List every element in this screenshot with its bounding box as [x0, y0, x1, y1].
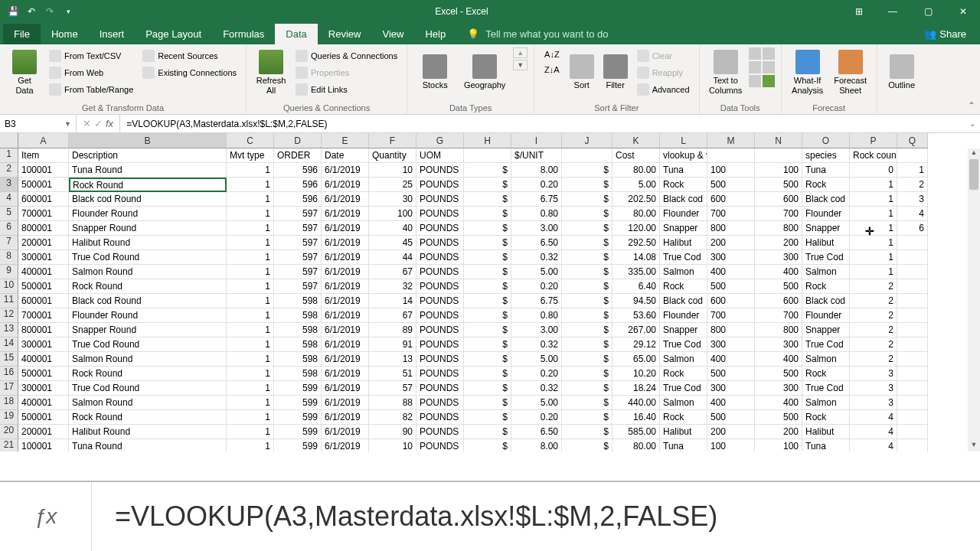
- share-button[interactable]: 👥 Share: [913, 24, 977, 44]
- cell[interactable]: 6/1/2019: [322, 294, 369, 308]
- cell[interactable]: [897, 236, 928, 250]
- cell[interactable]: POUNDS: [416, 192, 464, 207]
- advanced-button[interactable]: Advanced: [634, 81, 693, 98]
- cell[interactable]: 1: [227, 178, 274, 192]
- cell[interactable]: 5.00: [511, 352, 562, 367]
- row-header[interactable]: 3: [0, 178, 18, 192]
- qat-customize-icon[interactable]: ▾: [61, 5, 75, 18]
- cell[interactable]: 5.00: [612, 178, 660, 192]
- cell[interactable]: $: [562, 352, 612, 367]
- cell[interactable]: 599: [274, 396, 322, 410]
- cell[interactable]: True Cod: [802, 337, 850, 352]
- cell[interactable]: 4: [850, 410, 897, 425]
- col-header-K[interactable]: K: [612, 133, 660, 148]
- cell[interactable]: 0.20: [511, 279, 562, 294]
- cell[interactable]: 0.32: [511, 337, 562, 352]
- cell[interactable]: 1: [227, 221, 274, 236]
- cell[interactable]: 3: [850, 381, 897, 396]
- cell[interactable]: 700: [707, 308, 755, 323]
- row-header[interactable]: 15: [0, 352, 18, 367]
- cell[interactable]: 1: [227, 439, 274, 452]
- cell[interactable]: 598: [274, 308, 322, 323]
- cell[interactable]: Black cod: [660, 294, 707, 308]
- name-box-dropdown-icon[interactable]: ▼: [64, 120, 71, 128]
- ribbon-display-options-icon[interactable]: ⊞: [842, 0, 876, 23]
- cell[interactable]: Rock: [660, 367, 707, 381]
- cell[interactable]: 100: [369, 207, 416, 221]
- cell[interactable]: True Cod Round: [69, 250, 227, 265]
- cell[interactable]: 400001: [18, 396, 69, 410]
- cell[interactable]: 8.00: [511, 439, 562, 452]
- col-header-E[interactable]: E: [322, 133, 369, 148]
- cell[interactable]: 1: [227, 425, 274, 439]
- cell[interactable]: $: [562, 323, 612, 337]
- cell[interactable]: 94.50: [612, 294, 660, 308]
- cell[interactable]: 300001: [18, 381, 69, 396]
- cell[interactable]: $: [464, 323, 511, 337]
- tab-view[interactable]: View: [371, 24, 414, 44]
- what-if-button[interactable]: What-If Analysis: [788, 47, 828, 98]
- flash-fill-icon[interactable]: [749, 47, 761, 60]
- cell[interactable]: POUNDS: [416, 221, 464, 236]
- cell[interactable]: Flounder Round: [69, 207, 227, 221]
- cell[interactable]: $: [464, 236, 511, 250]
- cell[interactable]: Black cod Round: [69, 192, 227, 207]
- cell[interactable]: Rock Round: [69, 410, 227, 425]
- cell[interactable]: Rock Round: [69, 178, 227, 192]
- cell[interactable]: POUNDS: [416, 323, 464, 337]
- cell[interactable]: True Cod: [660, 337, 707, 352]
- cell[interactable]: 67: [369, 308, 416, 323]
- row-header[interactable]: 18: [0, 396, 18, 410]
- cell[interactable]: POUNDS: [416, 163, 464, 178]
- cell[interactable]: 6.75: [511, 294, 562, 308]
- cell[interactable]: POUNDS: [416, 250, 464, 265]
- save-icon[interactable]: 💾: [6, 5, 20, 18]
- cell[interactable]: 1: [897, 163, 928, 178]
- geography-button[interactable]: Geography: [459, 47, 510, 98]
- sort-button[interactable]: Sort: [567, 47, 597, 98]
- clear-button[interactable]: Clear: [634, 47, 693, 64]
- cell[interactable]: 29.12: [612, 337, 660, 352]
- col-header-B[interactable]: B: [69, 133, 227, 148]
- cell[interactable]: $: [562, 178, 612, 192]
- cell[interactable]: 1: [227, 265, 274, 279]
- cell[interactable]: POUNDS: [416, 439, 464, 452]
- cell[interactable]: 100: [755, 163, 802, 178]
- chevron-up-icon[interactable]: ▲: [513, 47, 528, 58]
- cell[interactable]: 500001: [18, 410, 69, 425]
- cell[interactable]: Halibut: [802, 425, 850, 439]
- cell[interactable]: 3: [850, 367, 897, 381]
- cell[interactable]: 100: [707, 163, 755, 178]
- row-header[interactable]: 17: [0, 381, 18, 396]
- cell[interactable]: True Cod: [660, 381, 707, 396]
- tab-insert[interactable]: Insert: [89, 24, 136, 44]
- cell[interactable]: POUNDS: [416, 337, 464, 352]
- cell[interactable]: ORDER: [274, 148, 322, 163]
- cell[interactable]: 6/1/2019: [322, 337, 369, 352]
- col-header-Q[interactable]: Q: [897, 133, 928, 148]
- cell[interactable]: 1: [227, 337, 274, 352]
- name-box[interactable]: B3 ▼: [0, 115, 77, 132]
- cell[interactable]: 600: [755, 294, 802, 308]
- cell[interactable]: $: [464, 439, 511, 452]
- col-header-P[interactable]: P: [850, 133, 897, 148]
- cell[interactable]: 6/1/2019: [322, 410, 369, 425]
- cell[interactable]: $: [464, 396, 511, 410]
- cell[interactable]: 2: [850, 308, 897, 323]
- cell[interactable]: 292.50: [612, 236, 660, 250]
- cell[interactable]: 40: [369, 221, 416, 236]
- row-header[interactable]: 12: [0, 308, 18, 323]
- cell[interactable]: 5.00: [511, 265, 562, 279]
- cell[interactable]: 4: [850, 439, 897, 452]
- cell[interactable]: 500001: [18, 178, 69, 192]
- cell[interactable]: 2: [850, 323, 897, 337]
- cell[interactable]: $: [464, 265, 511, 279]
- scroll-up-icon[interactable]: ▲: [968, 148, 980, 159]
- cell[interactable]: 90: [369, 425, 416, 439]
- cell[interactable]: Halibut: [660, 236, 707, 250]
- cell[interactable]: 67: [369, 265, 416, 279]
- cell[interactable]: $: [562, 279, 612, 294]
- cell[interactable]: $: [464, 192, 511, 207]
- cell[interactable]: 400: [755, 265, 802, 279]
- col-header-N[interactable]: N: [755, 133, 802, 148]
